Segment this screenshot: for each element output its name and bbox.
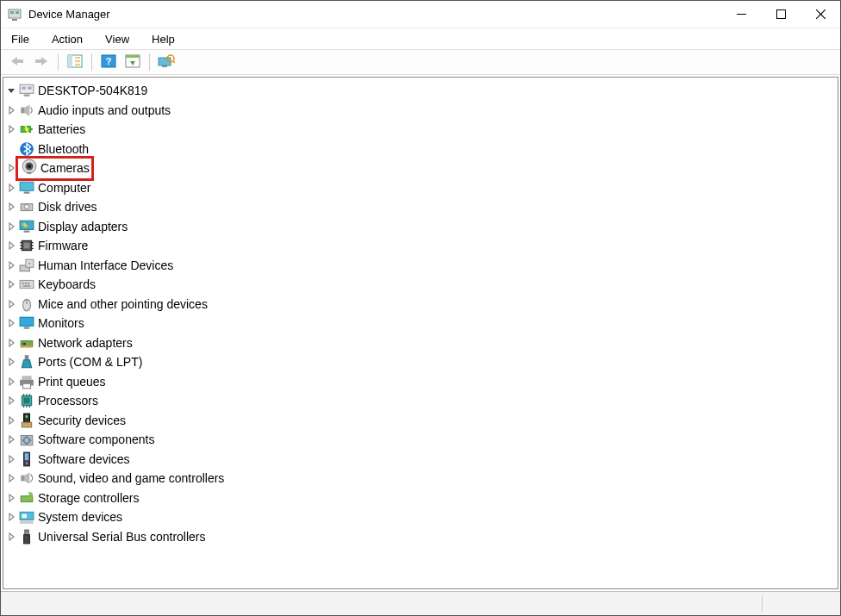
tree-node-label: Human Interface Devices (38, 256, 173, 276)
toolbar-forward-button[interactable] (30, 52, 53, 72)
highlight-box: Cameras (16, 156, 94, 181)
tree-node[interactable]: Monitors (5, 314, 836, 333)
tree-node[interactable]: Display adapters (5, 217, 836, 237)
window-controls (721, 1, 840, 28)
menu-help[interactable]: Help (148, 31, 178, 47)
tree-node[interactable]: Computer (5, 178, 836, 198)
tree-node-label: Network adapters (38, 333, 133, 353)
processor-icon (19, 393, 34, 408)
toolbar-separator (149, 53, 150, 71)
tree-node-label: Batteries (38, 120, 85, 140)
svg-rect-35 (20, 182, 34, 190)
tree-root-node[interactable]: DESKTOP-504K819 (5, 81, 836, 101)
tree-node[interactable]: Mice and other pointing devices (5, 295, 836, 314)
svg-rect-29 (31, 128, 33, 130)
expand-toggle[interactable] (5, 337, 17, 349)
expand-toggle[interactable] (5, 511, 17, 523)
device-tree[interactable]: DESKTOP-504K819 Audio inputs and outputs… (3, 77, 838, 589)
expand-toggle[interactable] (5, 240, 17, 252)
tree-node[interactable]: Audio inputs and outputs (5, 101, 836, 121)
tree-node-label: Display adapters (38, 217, 128, 237)
tree-node[interactable]: Universal Serial Bus controllers (5, 527, 836, 547)
tree-node-label: Audio inputs and outputs (38, 101, 171, 121)
expand-toggle[interactable] (5, 414, 17, 426)
toolbar-separator (91, 53, 92, 71)
expand-toggle[interactable] (5, 356, 17, 368)
tree-node[interactable]: Human Interface Devices (5, 256, 836, 276)
svg-rect-53 (22, 283, 23, 284)
maximize-button[interactable] (761, 1, 801, 28)
camera-icon (22, 159, 37, 174)
svg-rect-11 (68, 55, 72, 67)
expand-toggle[interactable] (5, 182, 17, 194)
tree-node[interactable]: Firmware (5, 236, 836, 256)
mouse-icon (19, 296, 34, 312)
expand-toggle[interactable] (5, 298, 17, 310)
toolbar-actions-button[interactable] (121, 52, 144, 72)
svg-rect-60 (24, 327, 30, 329)
tree-root-label: DESKTOP-504K819 (38, 81, 147, 101)
tree-node[interactable]: Sound, video and game controllers (5, 469, 836, 488)
tree-node[interactable]: Security devices (5, 411, 836, 431)
tree-node[interactable]: System devices (5, 507, 836, 527)
tree-node[interactable]: Software devices (5, 450, 836, 470)
tree-node-label: Firmware (38, 236, 88, 256)
expand-toggle[interactable] (5, 453, 17, 465)
svg-rect-26 (24, 95, 30, 96)
tree-node[interactable]: Keyboards (5, 275, 836, 295)
toolbar-separator (58, 53, 59, 71)
tree-node[interactable]: Storage controllers (5, 488, 836, 508)
menu-file[interactable]: File (8, 31, 33, 47)
expand-toggle[interactable] (5, 376, 17, 388)
speaker-icon (19, 103, 34, 118)
monitor-icon (19, 180, 34, 196)
usb-icon (19, 529, 34, 544)
printer-icon (19, 374, 34, 389)
svg-rect-91 (26, 531, 28, 532)
expand-toggle[interactable] (5, 259, 17, 271)
tree-node[interactable]: Processors (5, 391, 836, 411)
menu-view[interactable]: View (102, 31, 133, 47)
toolbar-scan-button[interactable] (155, 52, 178, 72)
toolbar-back-button[interactable] (6, 52, 28, 72)
expand-toggle[interactable] (5, 472, 17, 484)
tree-node[interactable]: Software components (5, 430, 836, 450)
svg-rect-87 (20, 521, 34, 524)
computer-root-icon (19, 83, 34, 98)
tree-node[interactable]: Batteries (5, 120, 836, 140)
expand-toggle[interactable] (5, 317, 17, 329)
menu-action[interactable]: Action (48, 31, 86, 47)
svg-rect-5 (776, 10, 785, 19)
toolbar-help-button[interactable]: ? (97, 52, 120, 72)
expand-toggle[interactable] (5, 123, 17, 135)
close-button[interactable] (801, 1, 840, 28)
tree-node[interactable]: Ports (COM & LPT) (5, 352, 836, 372)
expand-toggle[interactable] (5, 433, 17, 445)
tree-node[interactable]: Disk drives (5, 197, 836, 217)
svg-rect-64 (25, 355, 29, 360)
tree-node[interactable]: Network adapters (5, 333, 836, 353)
expand-toggle[interactable] (5, 221, 17, 233)
keyboard-icon (19, 277, 34, 292)
window-title: Device Manager (28, 8, 110, 21)
svg-line-22 (173, 61, 175, 63)
expand-toggle[interactable] (5, 201, 17, 213)
tree-node-label: Ports (COM & LPT) (38, 352, 142, 372)
expand-toggle[interactable] (5, 531, 17, 543)
svg-rect-59 (20, 318, 34, 327)
toolbar-show-hide-button[interactable] (64, 52, 86, 72)
tree-node[interactable]: Cameras (5, 159, 836, 178)
expand-toggle[interactable] (5, 104, 17, 116)
expand-toggle[interactable] (5, 143, 17, 155)
help-icon: ? (101, 54, 116, 71)
software-device-icon (19, 451, 34, 467)
tree-node[interactable]: Bluetooth (5, 140, 836, 159)
expand-toggle[interactable] (5, 492, 17, 504)
svg-rect-56 (23, 285, 31, 287)
expand-toggle[interactable] (5, 395, 17, 407)
expand-toggle[interactable] (5, 278, 17, 290)
expand-toggle[interactable] (5, 84, 17, 96)
tree-node[interactable]: Print queues (5, 372, 836, 392)
minimize-button[interactable] (721, 1, 761, 28)
svg-rect-65 (22, 376, 31, 380)
